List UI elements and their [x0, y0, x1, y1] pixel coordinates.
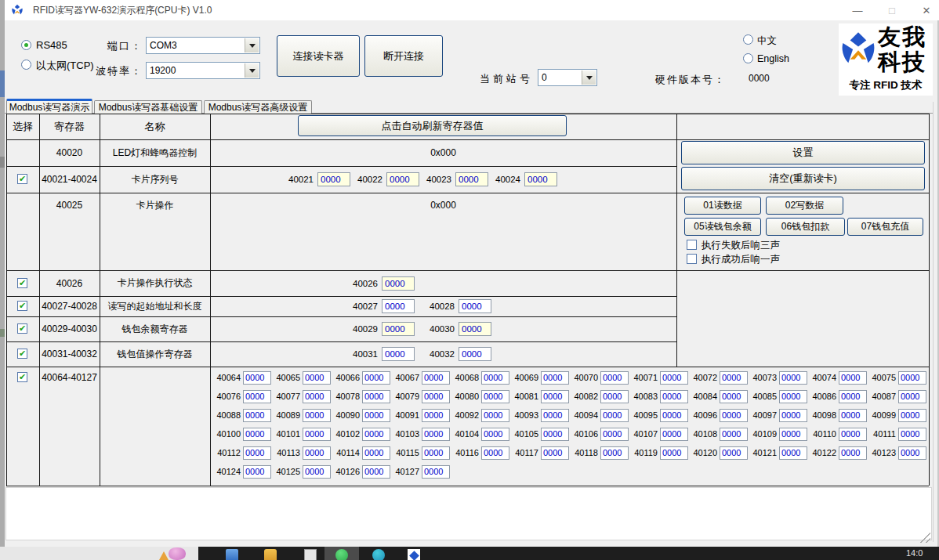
register-value-input[interactable] — [839, 390, 867, 403]
register-value-input[interactable] — [600, 409, 629, 422]
register-value-input[interactable] — [779, 371, 807, 385]
tab-modbus-advanced-settings[interactable]: Modbus读写器高级设置 — [204, 100, 312, 114]
write-data-button[interactable]: 02写数据 — [766, 197, 843, 215]
close-button[interactable]: ✕ — [909, 0, 939, 20]
register-value-input[interactable] — [660, 390, 688, 403]
register-value-input[interactable] — [524, 172, 557, 186]
register-value-input[interactable] — [422, 371, 450, 385]
maximize-button[interactable]: □ — [875, 0, 909, 20]
tab-modbus-basic-settings[interactable]: Modbus读写器基础设置 — [94, 100, 202, 114]
row-checkbox[interactable]: ✔ — [17, 278, 27, 288]
register-value-input[interactable] — [422, 465, 450, 479]
read-data-button[interactable]: 01读数据 — [684, 197, 761, 215]
connect-button[interactable]: 连接读卡器 — [277, 35, 360, 77]
register-value-input[interactable] — [459, 322, 491, 336]
row-checkbox[interactable]: ✔ — [17, 349, 27, 359]
register-value-input[interactable] — [541, 446, 569, 460]
register-value-input[interactable] — [382, 322, 415, 336]
register-value-input[interactable] — [839, 446, 867, 460]
row-checkbox[interactable]: ✔ — [17, 323, 27, 334]
chevron-down-icon[interactable] — [245, 38, 259, 52]
register-value-input[interactable] — [720, 371, 748, 385]
register-value-input[interactable] — [243, 371, 271, 385]
register-value-input[interactable] — [839, 371, 867, 385]
register-value-input[interactable] — [422, 409, 450, 422]
chevron-down-icon[interactable] — [582, 70, 596, 85]
register-value-input[interactable] — [303, 390, 331, 403]
clear-reread-button[interactable]: 清空(重新读卡) — [681, 167, 925, 190]
port-select[interactable]: COM3 — [146, 37, 260, 54]
disconnect-button[interactable]: 断开连接 — [364, 35, 443, 77]
row-checkbox[interactable]: ✔ — [17, 174, 27, 184]
register-value-input[interactable] — [600, 371, 629, 385]
register-value-input[interactable] — [243, 428, 271, 441]
register-value-input[interactable] — [660, 409, 688, 422]
taskbar-teal-circle-icon[interactable] — [372, 549, 385, 560]
register-value-input[interactable] — [898, 409, 926, 422]
register-value-input[interactable] — [303, 428, 331, 441]
register-value-input[interactable] — [660, 446, 688, 460]
taskbar-green-circle-icon[interactable] — [335, 549, 348, 560]
beep-on-fail-checkbox[interactable] — [687, 240, 697, 250]
register-value-input[interactable] — [382, 299, 415, 313]
register-value-input[interactable] — [481, 390, 509, 403]
radio-english[interactable] — [743, 53, 753, 63]
settings-button[interactable]: 设置 — [681, 141, 925, 164]
register-value-input[interactable] — [303, 465, 331, 479]
chevron-down-icon[interactable] — [245, 63, 259, 78]
register-value-input[interactable] — [779, 409, 807, 422]
register-value-input[interactable] — [779, 428, 807, 441]
register-value-input[interactable] — [720, 409, 748, 422]
row-checkbox[interactable]: ✔ — [17, 372, 27, 382]
taskbar-file-icon[interactable] — [304, 549, 317, 560]
station-select[interactable]: 0 — [538, 69, 597, 86]
taskbar-window-icon[interactable] — [226, 549, 238, 560]
register-value-input[interactable] — [243, 390, 271, 403]
register-value-input[interactable] — [386, 172, 419, 186]
register-value-input[interactable] — [317, 172, 350, 186]
register-value-input[interactable] — [779, 446, 807, 460]
baud-select[interactable]: 19200 — [146, 62, 260, 79]
register-value-input[interactable] — [303, 446, 331, 460]
register-value-input[interactable] — [720, 446, 748, 460]
register-value-input[interactable] — [600, 446, 629, 460]
register-value-input[interactable] — [839, 428, 867, 441]
auto-refresh-button[interactable]: 点击自动刷新寄存器值 — [298, 115, 567, 136]
register-value-input[interactable] — [362, 465, 390, 479]
register-value-input[interactable] — [898, 390, 926, 403]
register-value-input[interactable] — [720, 428, 748, 441]
wallet-recharge-button[interactable]: 07钱包充值 — [847, 218, 923, 236]
radio-rs485[interactable] — [21, 40, 31, 50]
register-value-input[interactable] — [303, 371, 331, 385]
register-value-input[interactable] — [898, 446, 926, 460]
taskbar-blue-app-icon[interactable] — [408, 549, 420, 560]
taskbar-folder-icon[interactable] — [264, 549, 277, 560]
register-value-input[interactable] — [455, 172, 488, 186]
register-value-input[interactable] — [541, 390, 569, 403]
register-value-input[interactable] — [382, 276, 415, 291]
register-value-input[interactable] — [422, 390, 450, 403]
register-value-input[interactable] — [541, 371, 569, 385]
register-value-input[interactable] — [243, 409, 271, 422]
register-value-input[interactable] — [422, 428, 450, 441]
radio-chinese[interactable] — [743, 34, 753, 45]
register-value-input[interactable] — [243, 465, 271, 479]
minimize-button[interactable]: — — [840, 0, 875, 20]
register-value-input[interactable] — [600, 390, 629, 403]
radio-tcp[interactable] — [21, 60, 31, 70]
register-value-input[interactable] — [362, 390, 390, 403]
register-value-input[interactable] — [541, 409, 569, 422]
read-wallet-button[interactable]: 05读钱包余额 — [684, 218, 761, 236]
register-value-input[interactable] — [839, 409, 867, 422]
register-value-input[interactable] — [422, 446, 450, 460]
register-value-input[interactable] — [600, 428, 629, 441]
wallet-deduct-button[interactable]: 06钱包扣款 — [766, 218, 845, 236]
register-value-input[interactable] — [362, 446, 390, 460]
register-value-input[interactable] — [362, 371, 390, 385]
register-value-input[interactable] — [303, 409, 331, 422]
register-value-input[interactable] — [720, 390, 748, 403]
register-value-input[interactable] — [898, 428, 926, 441]
register-value-input[interactable] — [481, 371, 509, 385]
register-value-input[interactable] — [362, 428, 390, 441]
register-value-input[interactable] — [660, 428, 688, 441]
